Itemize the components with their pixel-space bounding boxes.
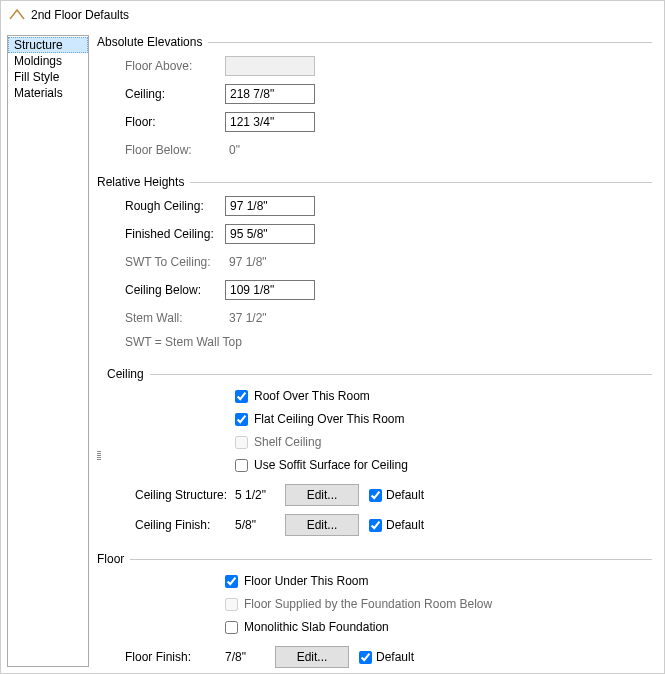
- group-divider: [130, 559, 652, 560]
- checkbox-use-soffit[interactable]: [235, 459, 248, 472]
- label-default: Default: [386, 488, 424, 502]
- value-floor-finish: 7/8": [225, 650, 275, 664]
- hint-swt: SWT = Stem Wall Top: [125, 335, 652, 349]
- checkbox-ceiling-structure-default[interactable]: [369, 489, 382, 502]
- input-ceiling[interactable]: [225, 84, 315, 104]
- group-floor: Floor Floor Under This Room Floor Suppli…: [97, 552, 652, 674]
- label-floor-finish: Floor Finish:: [125, 650, 225, 664]
- main-panel: Absolute Elevations Floor Above: Ceiling…: [97, 35, 658, 667]
- group-divider: [208, 42, 652, 43]
- group-relative-heights: Relative Heights Rough Ceiling: Finished…: [97, 175, 652, 359]
- sidebar-item-label: Fill Style: [14, 70, 59, 84]
- collapse-handle[interactable]: [97, 367, 103, 544]
- input-floor-above: [225, 56, 315, 76]
- sidebar-item-moldings[interactable]: Moldings: [8, 53, 88, 69]
- group-ceiling: Ceiling Roof Over This Room Flat Ceiling…: [97, 367, 652, 544]
- group-title: Floor: [97, 552, 124, 566]
- label-floor-supplied: Floor Supplied by the Foundation Room Be…: [244, 597, 492, 611]
- label-floor-under: Floor Under This Room: [244, 574, 369, 588]
- value-ceiling-structure: 5 1/2": [235, 488, 285, 502]
- checkbox-flat-ceiling[interactable]: [235, 413, 248, 426]
- label-finished-ceiling: Finished Ceiling:: [125, 227, 225, 241]
- edit-ceiling-structure-button[interactable]: Edit...: [285, 484, 359, 506]
- sidebar-item-fill-style[interactable]: Fill Style: [8, 69, 88, 85]
- label-floor-above: Floor Above:: [125, 59, 225, 73]
- sidebar-item-label: Structure: [14, 38, 63, 52]
- label-default: Default: [386, 518, 424, 532]
- value-swt-to-ceiling: 97 1/8": [225, 255, 315, 269]
- label-flat-ceiling: Flat Ceiling Over This Room: [254, 412, 405, 426]
- input-floor[interactable]: [225, 112, 315, 132]
- sidebar-item-structure[interactable]: Structure: [8, 37, 88, 53]
- input-rough-ceiling[interactable]: [225, 196, 315, 216]
- input-finished-ceiling[interactable]: [225, 224, 315, 244]
- label-swt-to-ceiling: SWT To Ceiling:: [125, 255, 225, 269]
- group-divider: [150, 374, 652, 375]
- edit-ceiling-finish-button[interactable]: Edit...: [285, 514, 359, 536]
- sidebar-item-materials[interactable]: Materials: [8, 85, 88, 101]
- client-area: Structure Moldings Fill Style Materials …: [1, 29, 664, 673]
- label-ceiling-finish: Ceiling Finish:: [135, 518, 235, 532]
- label-ceiling: Ceiling:: [125, 87, 225, 101]
- label-stem-wall: Stem Wall:: [125, 311, 225, 325]
- input-ceiling-below[interactable]: [225, 280, 315, 300]
- checkbox-floor-finish-default[interactable]: [359, 651, 372, 664]
- group-title: Ceiling: [107, 367, 144, 381]
- label-ceiling-below: Ceiling Below:: [125, 283, 225, 297]
- sidebar-item-label: Moldings: [14, 54, 62, 68]
- checkbox-floor-under[interactable]: [225, 575, 238, 588]
- group-title: Relative Heights: [97, 175, 184, 189]
- checkbox-mono-slab[interactable]: [225, 621, 238, 634]
- group-divider: [190, 182, 652, 183]
- label-mono-slab: Monolithic Slab Foundation: [244, 620, 389, 634]
- app-icon: [9, 7, 25, 23]
- group-title: Absolute Elevations: [97, 35, 202, 49]
- window-title: 2nd Floor Defaults: [31, 8, 129, 22]
- category-sidebar: Structure Moldings Fill Style Materials: [7, 35, 89, 667]
- sidebar-item-label: Materials: [14, 86, 63, 100]
- label-rough-ceiling: Rough Ceiling:: [125, 199, 225, 213]
- label-use-soffit: Use Soffit Surface for Ceiling: [254, 458, 408, 472]
- label-floor: Floor:: [125, 115, 225, 129]
- checkbox-roof-over[interactable]: [235, 390, 248, 403]
- checkbox-shelf-ceiling: [235, 436, 248, 449]
- checkbox-floor-supplied: [225, 598, 238, 611]
- value-stem-wall: 37 1/2": [225, 311, 315, 325]
- value-ceiling-finish: 5/8": [235, 518, 285, 532]
- label-roof-over: Roof Over This Room: [254, 389, 370, 403]
- label-shelf-ceiling: Shelf Ceiling: [254, 435, 321, 449]
- checkbox-ceiling-finish-default[interactable]: [369, 519, 382, 532]
- label-ceiling-structure: Ceiling Structure:: [135, 488, 235, 502]
- edit-floor-finish-button[interactable]: Edit...: [275, 646, 349, 668]
- label-floor-below: Floor Below:: [125, 143, 225, 157]
- label-default: Default: [376, 650, 414, 664]
- titlebar: 2nd Floor Defaults: [1, 1, 664, 29]
- group-absolute-elevations: Absolute Elevations Floor Above: Ceiling…: [97, 35, 652, 167]
- value-floor-below: 0": [225, 143, 315, 157]
